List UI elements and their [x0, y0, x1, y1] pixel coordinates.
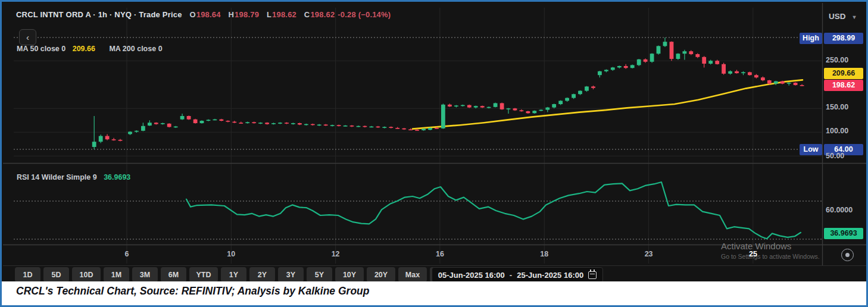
- caption: CRCL's Technical Chart, Source: REFINITI…: [16, 285, 369, 297]
- range-button-1y[interactable]: 1Y: [221, 267, 246, 281]
- x-axis-label-6: 6: [125, 250, 129, 258]
- price-chart-canvas[interactable]: [2, 2, 866, 266]
- open-label: O: [189, 10, 195, 19]
- close-value: 198.62: [310, 10, 335, 19]
- x-axis-label-18: 18: [540, 250, 548, 258]
- date-range-separator: -: [510, 271, 512, 280]
- chart-widget-frame: CRCL INTNT ORD A · 1h · NYQ · Trade Pric…: [0, 0, 868, 307]
- date-range-start: 05-Jun-2025 16:00: [438, 271, 505, 280]
- low-value: 198.62: [272, 10, 296, 19]
- chart-header: CRCL INTNT ORD A · 1h · NYQ · Trade Pric…: [16, 10, 391, 19]
- date-range-picker[interactable]: 05-Jun-2025 16:00 - 25-Jun-2025 16:00: [432, 267, 603, 281]
- x-axis-label-12: 12: [332, 250, 340, 258]
- ma-legend[interactable]: MA 50 close 0 209.66 MA 200 close 0: [17, 45, 163, 53]
- high-label: H: [229, 10, 235, 19]
- range-button-max[interactable]: Max: [398, 267, 427, 281]
- trading-chart-app: CRCL INTNT ORD A · 1h · NYQ · Trade Pric…: [2, 2, 866, 281]
- x-axis-label-10: 10: [227, 250, 235, 258]
- range-button-2y[interactable]: 2Y: [249, 267, 275, 281]
- activate-windows-subtext: Go to Settings to activate Windows.: [721, 253, 820, 260]
- ma200-label: MA 200 close 0: [109, 45, 162, 53]
- range-button-ytd[interactable]: YTD: [189, 267, 218, 281]
- x-axis-label-25: 25: [749, 250, 757, 258]
- low-label: L: [267, 10, 271, 19]
- currency-label: USD: [829, 12, 846, 21]
- low-marker-label: Low: [800, 144, 822, 155]
- rsi-legend[interactable]: RSI 14 Wilder Simple 9 36.9693: [17, 173, 130, 181]
- range-button-20y[interactable]: 20Y: [367, 267, 395, 281]
- range-button-10y[interactable]: 10Y: [335, 267, 364, 281]
- price-tick-250: 250.00: [826, 56, 864, 64]
- price-tick-50: 50.00: [826, 152, 864, 160]
- range-button-3m[interactable]: 3M: [132, 267, 158, 281]
- price-tick-150: 150.00: [826, 103, 864, 111]
- range-button-1d[interactable]: 1D: [15, 267, 40, 281]
- ma50-label: MA 50 close 0: [17, 45, 65, 53]
- open-value: 198.64: [196, 10, 221, 19]
- range-button-10d[interactable]: 10D: [72, 267, 101, 281]
- change-value: -0.28 (−0.14%): [338, 10, 391, 19]
- calendar-icon: [588, 271, 597, 279]
- rsi-tick-60: 60.0000: [826, 206, 864, 214]
- x-axis-label-23: 23: [645, 250, 653, 258]
- chevron-down-icon: ▾: [853, 14, 856, 20]
- range-button-3y[interactable]: 3Y: [278, 267, 304, 281]
- rsi-value-badge: 36.9693: [824, 228, 863, 239]
- chevron-left-icon: ‹: [26, 32, 29, 42]
- collapse-legend-button[interactable]: ‹: [19, 29, 36, 45]
- high-price-badge: 298.99: [824, 33, 863, 44]
- date-range-end: 25-Jun-2025 16:00: [517, 271, 583, 280]
- ma-price-badge: 209.66: [824, 68, 863, 79]
- range-toolbar: 1D5D10D1M3M6MYTD1Y2Y3Y5Y10Y20YMax⚙: [15, 267, 448, 281]
- close-label: C: [304, 10, 310, 19]
- rsi-value: 36.9693: [104, 173, 130, 181]
- rsi-label: RSI 14 Wilder Simple 9: [17, 173, 97, 181]
- range-button-6m[interactable]: 6M: [161, 267, 186, 281]
- price-tick-100: 100.00: [826, 127, 864, 135]
- range-button-5y[interactable]: 5Y: [307, 267, 332, 281]
- high-marker-label: High: [800, 33, 822, 44]
- currency-dropdown[interactable]: USD▾: [829, 12, 856, 21]
- ma50-value: 209.66: [73, 45, 95, 53]
- high-value: 198.79: [235, 10, 259, 19]
- x-axis-label-16: 16: [436, 250, 444, 258]
- range-button-5d[interactable]: 5D: [43, 267, 69, 281]
- range-button-1m[interactable]: 1M: [104, 267, 129, 281]
- last-price-badge: 198.62: [824, 80, 863, 91]
- caption-strip: CRCL's Technical Chart, Source: REFINITI…: [2, 281, 866, 305]
- pane-visibility-icon[interactable]: [841, 249, 854, 261]
- instrument-title: CRCL INTNT ORD A · 1h · NYQ · Trade Pric…: [16, 10, 182, 19]
